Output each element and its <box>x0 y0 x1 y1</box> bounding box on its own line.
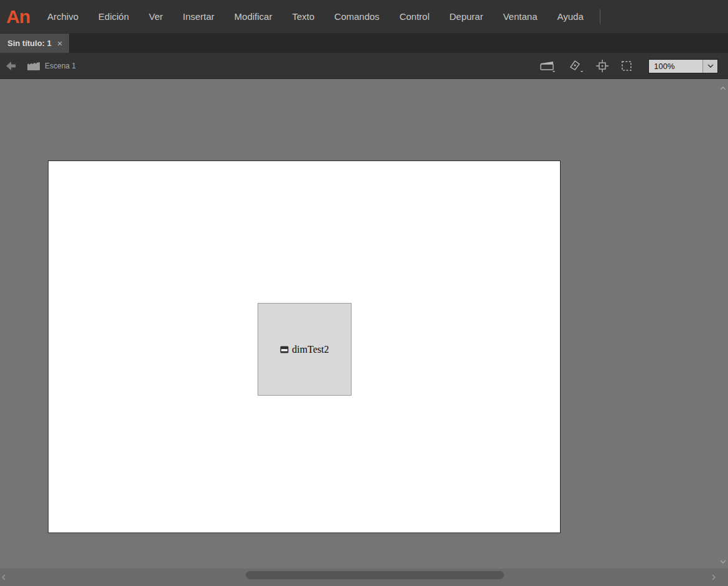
edit-bar-right-controls: 100% <box>539 53 718 79</box>
menu-separator <box>600 9 600 24</box>
menu-item-ver[interactable]: Ver <box>139 0 173 34</box>
symbol-label: dimTest2 <box>292 344 329 355</box>
symbol-instance[interactable]: dimTest2 <box>258 303 352 396</box>
menu-item-insertar[interactable]: Insertar <box>173 0 225 34</box>
edit-bar: Escena 1 <box>0 53 728 79</box>
menu-item-depurar[interactable]: Depurar <box>439 0 493 34</box>
pasteboard[interactable]: dimTest2 <box>0 79 728 569</box>
menu-item-comandos[interactable]: Comandos <box>324 0 390 34</box>
menu-item-ayuda[interactable]: Ayuda <box>548 0 594 34</box>
menu-item-control[interactable]: Control <box>390 0 439 34</box>
clapperboard-icon <box>27 61 40 71</box>
center-frame-icon <box>596 60 609 72</box>
breadcrumb-scene[interactable]: Escena 1 <box>27 61 76 71</box>
edit-scene-button[interactable] <box>539 58 558 73</box>
back-button[interactable] <box>0 53 21 79</box>
menu-item-texto[interactable]: Texto <box>282 0 324 34</box>
zoom-value: 100% <box>649 62 702 71</box>
menu-item-edicion[interactable]: Edición <box>88 0 139 34</box>
zoom-select[interactable]: 100% <box>648 59 718 73</box>
document-tab[interactable]: Sin título: 1 × <box>0 34 69 53</box>
menu-bar: An Archivo Edición Ver Insertar Modifica… <box>0 0 728 34</box>
chevron-up-icon[interactable] <box>720 81 726 93</box>
chevron-down-icon[interactable] <box>720 555 726 566</box>
back-arrow-icon <box>5 61 16 71</box>
app-logo[interactable]: An <box>0 0 37 34</box>
edit-scene-clapperboard-icon <box>540 60 556 72</box>
clip-content-icon <box>620 60 633 72</box>
document-tab-bar: Sin título: 1 × <box>0 34 728 53</box>
clip-content-button[interactable] <box>619 58 634 73</box>
stage[interactable]: dimTest2 <box>48 160 561 533</box>
movieclip-icon <box>280 346 289 353</box>
chevron-left-icon[interactable] <box>2 572 6 583</box>
vertical-scrollbar[interactable] <box>718 79 728 569</box>
edit-symbols-button[interactable] <box>567 58 586 73</box>
close-icon[interactable]: × <box>57 39 63 48</box>
center-frame-button[interactable] <box>595 58 610 73</box>
scene-label: Escena 1 <box>45 62 76 70</box>
chevron-right-icon[interactable] <box>712 572 716 583</box>
horizontal-scrollbar[interactable] <box>0 569 728 586</box>
menu-item-archivo[interactable]: Archivo <box>37 0 88 34</box>
chevron-down-icon <box>702 60 717 73</box>
menu-item-ventana[interactable]: Ventana <box>493 0 547 34</box>
tab-label: Sin título: 1 <box>7 39 52 48</box>
horizontal-scroll-thumb[interactable] <box>246 571 504 579</box>
edit-symbols-icon <box>568 60 584 72</box>
menu-item-modificar[interactable]: Modificar <box>225 0 282 34</box>
